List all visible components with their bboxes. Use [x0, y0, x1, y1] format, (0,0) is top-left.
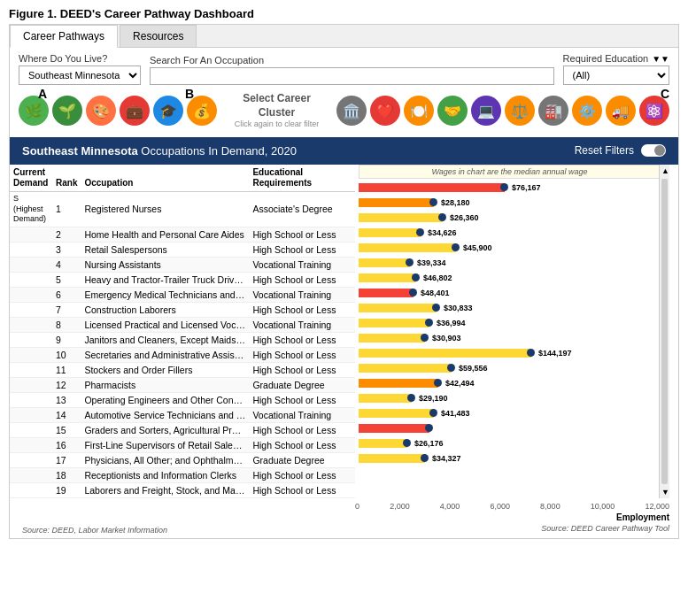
- source-right: Source: DEED Career Pathway Tool: [541, 522, 678, 538]
- tab-bar: Career Pathways Resources: [10, 25, 678, 48]
- required-edu-group: Required Education ▼▼ (All): [563, 53, 669, 85]
- bar: [359, 198, 434, 207]
- cell-occupation: Laborers and Freight, Stock, and Materia…: [81, 482, 249, 497]
- where-select[interactable]: Southeast Minnesota: [19, 65, 141, 85]
- wage-label: $45,900: [463, 243, 492, 252]
- wage-dot: [412, 273, 420, 281]
- cluster-icon-environment[interactable]: 🌱: [52, 96, 82, 126]
- table-row: 19 Laborers and Freight, Stock, and Mate…: [10, 482, 355, 497]
- cluster-icon-hospitality[interactable]: 🍽️: [404, 96, 434, 126]
- bar: [359, 439, 407, 448]
- where-label: Where Do You Live?: [19, 53, 141, 64]
- cell-edu: Vocational Training: [249, 287, 355, 302]
- scroll-up[interactable]: ▲: [660, 165, 669, 177]
- wage-dot: [429, 198, 437, 206]
- bar-row: $42,494: [359, 376, 669, 390]
- chart-note: Wages in chart are the median annual wag…: [359, 165, 661, 179]
- x-tick-2000: 2,000: [390, 502, 410, 511]
- header-bar: Southeast Minnesota Occupations In Deman…: [10, 137, 678, 165]
- reset-toggle[interactable]: [641, 144, 666, 157]
- cell-occupation: Retail Salespersons: [81, 242, 249, 257]
- wage-label: $29,190: [419, 394, 448, 403]
- cluster-icon-education[interactable]: 🎓: [153, 96, 183, 126]
- tab-resources[interactable]: Resources: [120, 25, 197, 47]
- bar: [359, 424, 429, 433]
- cell-demand: [10, 272, 52, 287]
- table-row: 8 Licensed Practical and Licensed Vocati…: [10, 317, 355, 332]
- cell-edu: Vocational Training: [249, 317, 355, 332]
- cell-rank: 8: [52, 317, 81, 332]
- cell-demand: [10, 407, 52, 422]
- cell-occupation: Operating Engineers and Other Constructi…: [81, 392, 249, 407]
- cell-edu: High School or Less: [249, 302, 355, 317]
- cell-occupation: Home Health and Personal Care Aides: [81, 227, 249, 242]
- bar: [359, 454, 425, 463]
- bar: [359, 183, 505, 192]
- cluster-icon-business[interactable]: 💼: [120, 96, 150, 126]
- cell-rank: 1: [52, 191, 81, 227]
- cell-demand: S (Highest Demand): [10, 191, 52, 227]
- wage-label: $26,360: [450, 213, 479, 222]
- cell-rank: 17: [52, 452, 81, 467]
- cluster-icon-engineering[interactable]: ⚙️: [572, 96, 602, 126]
- cell-occupation: Janitors and Cleaners, Except Maids and …: [81, 332, 249, 347]
- bar-row: $39,334: [359, 256, 669, 270]
- tab-career-pathways[interactable]: Career Pathways: [10, 25, 118, 48]
- bar-row: $26,176: [359, 436, 669, 450]
- cluster-icon-law[interactable]: ⚖️: [505, 96, 535, 126]
- cell-demand: [10, 362, 52, 377]
- wage-dot: [447, 364, 455, 372]
- header-demand: CurrentDemand: [10, 165, 52, 192]
- search-input[interactable]: [150, 67, 554, 85]
- cell-demand: [10, 392, 52, 407]
- table-row: 5 Heavy and Tractor-Trailer Truck Driver…: [10, 272, 355, 287]
- cell-edu: High School or Less: [249, 347, 355, 362]
- cell-edu: High School or Less: [249, 332, 355, 347]
- cell-occupation: Stockers and Order Fillers: [81, 362, 249, 377]
- cell-demand: [10, 452, 52, 467]
- table-row: 9 Janitors and Cleaners, Except Maids an…: [10, 332, 355, 347]
- cluster-icon-health[interactable]: ❤️: [370, 96, 400, 126]
- cluster-icon-it[interactable]: 💻: [471, 96, 501, 126]
- cluster-icon-manufacturing[interactable]: 🏭: [538, 96, 568, 126]
- wage-dot: [500, 183, 508, 191]
- header-edu: EducationalRequirements: [249, 165, 355, 192]
- scroll-thumb[interactable]: [661, 179, 668, 484]
- cell-demand: [10, 257, 52, 272]
- bar: [359, 258, 410, 267]
- cluster-icon-arts[interactable]: 🎨: [86, 96, 116, 126]
- wage-label: $36,994: [437, 319, 466, 327]
- table-row: 3 Retail Salespersons High School or Les…: [10, 242, 355, 257]
- bar-row: $46,802: [359, 271, 669, 285]
- cell-rank: 16: [52, 437, 81, 452]
- bar-row: $26,360: [359, 211, 669, 225]
- table-row: 4 Nursing Assistants Vocational Training: [10, 257, 355, 272]
- cell-edu: High School or Less: [249, 467, 355, 482]
- cluster-icon-human-services[interactable]: 🤝: [437, 96, 468, 126]
- wage-label: $39,334: [417, 258, 446, 267]
- required-edu-select[interactable]: (All): [563, 65, 669, 85]
- cluster-icon-government[interactable]: 🏛️: [336, 96, 367, 126]
- cell-rank: 3: [52, 242, 81, 257]
- bar: [359, 289, 414, 297]
- bar: [359, 394, 412, 403]
- cell-rank: 5: [52, 272, 81, 287]
- scroll-down[interactable]: ▼: [660, 486, 669, 498]
- header-occupation: Occupation: [81, 165, 249, 192]
- cell-rank: 4: [52, 257, 81, 272]
- bar: [359, 319, 429, 327]
- bar: [359, 364, 452, 373]
- wage-dot: [452, 243, 460, 251]
- search-label: Search For An Occupation: [150, 55, 554, 65]
- cell-rank: 15: [52, 422, 81, 437]
- search-occupation-group: Search For An Occupation: [150, 55, 554, 85]
- cell-rank: 10: [52, 347, 81, 362]
- cell-edu: Associate's Degree: [249, 191, 355, 227]
- cell-rank: 6: [52, 287, 81, 302]
- table-row: 15 Graders and Sorters, Agricultural Pro…: [10, 422, 355, 437]
- cell-edu: High School or Less: [249, 437, 355, 452]
- table-section: CurrentDemand Rank Occupation Educationa…: [10, 165, 355, 498]
- cluster-icon-transportation[interactable]: 🚚: [606, 96, 636, 126]
- wage-label: $46,802: [423, 273, 452, 282]
- bar-row: $30,903: [359, 331, 669, 345]
